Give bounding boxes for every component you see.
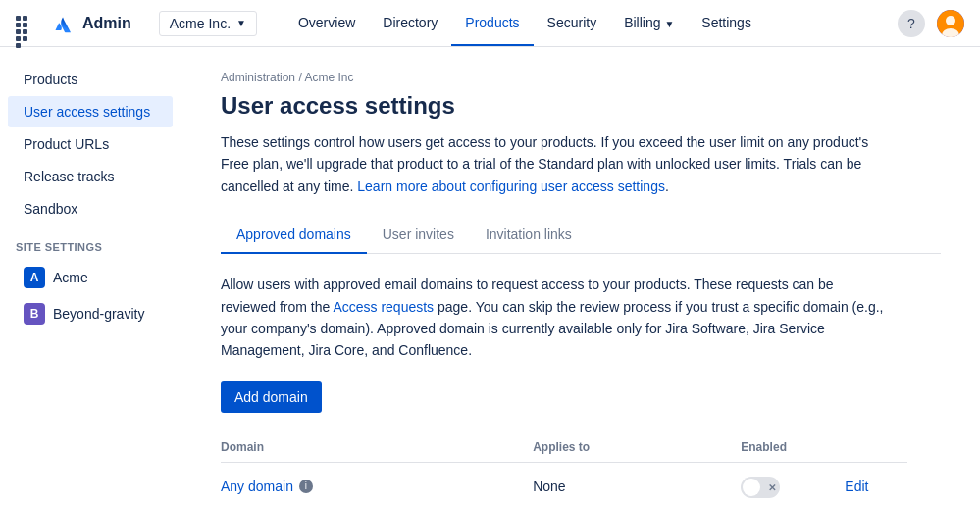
beyond-gravity-site-icon: B [24,303,45,325]
tabs: Approved domains User invites Invitation… [221,217,941,254]
sidebar-item-sandbox[interactable]: Sandbox [8,193,173,225]
table-row: Any domain i None ✕ [221,462,907,505]
toggle-any-domain[interactable]: ✕ [741,477,780,498]
column-header-applies-to: Applies to [533,432,741,463]
domain-table-header: Domain Applies to Enabled [221,432,907,463]
beyond-gravity-site-label: Beyond-gravity [53,306,144,322]
breadcrumb-org[interactable]: Acme Inc [304,71,353,84]
access-requests-link[interactable]: Access requests [333,299,434,315]
atlassian-icon [51,12,75,35]
toggle-off-icon: ✕ [768,481,776,492]
domain-link-any[interactable]: Any domain [221,479,293,494]
nav-item-billing[interactable]: Billing ▼ [610,1,688,46]
column-header-domain: Domain [221,432,533,463]
column-header-action [845,432,907,463]
sidebar-item-products[interactable]: Products [8,64,173,95]
toggle-thumb-any [743,479,760,496]
atlassian-logo: Admin [51,12,131,35]
nav-item-directory[interactable]: Directory [369,1,451,46]
breadcrumb-admin[interactable]: Administration [221,71,295,84]
main-content: Administration / Acme Inc User access se… [181,47,980,505]
sidebar-item-user-access-settings[interactable]: User access settings [8,96,173,127]
tab-approved-domains[interactable]: Approved domains [221,217,367,254]
topnav-actions: ? [898,10,964,37]
toggle-cell-any: ✕ [741,462,845,505]
org-name: Acme Inc. [170,16,231,31]
nav-item-settings[interactable]: Settings [688,1,765,46]
help-button[interactable]: ? [898,10,925,37]
column-header-enabled: Enabled [741,432,845,463]
page-title: User access settings [221,92,941,120]
user-avatar[interactable] [937,10,964,37]
avatar-image [937,10,964,37]
grid-icon[interactable] [16,16,31,31]
nav-item-products[interactable]: Products [451,1,533,46]
domain-cell-any: Any domain i [221,462,533,505]
approved-domains-description: Allow users with approved email domains … [221,274,888,362]
topnav-navigation: Overview Directory Products Security Bil… [284,1,878,46]
edit-link-any[interactable]: Edit [845,479,868,494]
page-description: These settings control how users get acc… [221,131,888,197]
add-domain-button[interactable]: Add domain [221,381,322,413]
org-switcher[interactable]: Acme Inc. ▼ [159,11,257,36]
acme-site-icon: A [24,267,45,288]
learn-more-link[interactable]: Learn more about configuring user access… [357,178,665,194]
info-icon-any[interactable]: i [299,480,313,493]
site-settings-label: SITE SETTINGS [0,226,181,259]
svg-point-1 [946,16,955,25]
approved-domains-content: Allow users with approved email domains … [221,274,941,505]
main-layout: Products User access settings Product UR… [0,47,980,505]
sidebar-site-beyond-gravity[interactable]: B Beyond-gravity [8,296,173,331]
sidebar-item-product-urls[interactable]: Product URLs [8,128,173,160]
admin-label: Admin [82,15,131,32]
domain-table: Domain Applies to Enabled Any domain i [221,432,907,505]
edit-cell-any: Edit [845,462,907,505]
sidebar-site-acme[interactable]: A Acme [8,260,173,295]
applies-to-cell-any: None [533,462,741,505]
nav-item-overview[interactable]: Overview [284,1,369,46]
tab-user-invites[interactable]: User invites [367,217,470,254]
topnav: Admin Acme Inc. ▼ Overview Directory Pro… [0,0,980,47]
org-chevron-icon: ▼ [236,18,246,28]
sidebar: Products User access settings Product UR… [0,47,181,505]
tab-invitation-links[interactable]: Invitation links [470,217,588,254]
toggle-track-any: ✕ [741,477,780,498]
breadcrumb: Administration / Acme Inc [221,71,941,84]
acme-site-label: Acme [53,270,88,285]
sidebar-item-release-tracks[interactable]: Release tracks [8,161,173,192]
nav-item-security[interactable]: Security [534,1,611,46]
